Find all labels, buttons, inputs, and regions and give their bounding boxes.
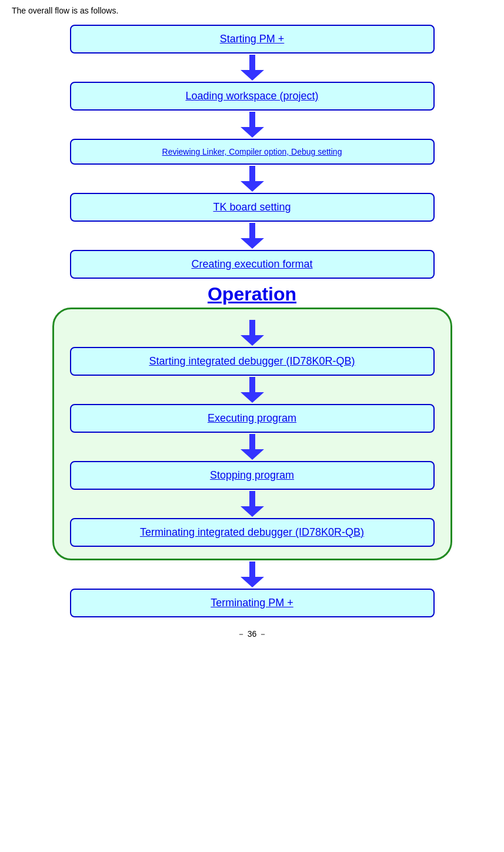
svg-marker-7 — [241, 238, 264, 249]
arrow-3 — [241, 166, 264, 192]
svg-marker-1 — [241, 70, 264, 81]
arrow-6 — [241, 377, 264, 403]
page-number: － 36 － — [237, 629, 267, 640]
svg-rect-4 — [249, 166, 255, 181]
svg-marker-17 — [241, 577, 264, 587]
executing-program-box[interactable]: Executing program — [70, 404, 435, 433]
tk-board-setting-box[interactable]: TK board setting — [70, 193, 435, 222]
svg-rect-10 — [249, 377, 255, 392]
starting-debugger-box[interactable]: Starting integrated debugger (ID78K0R-QB… — [70, 347, 435, 376]
svg-rect-12 — [249, 434, 255, 449]
operation-group: Starting integrated debugger (ID78K0R-QB… — [52, 308, 452, 560]
operation-label: Operation — [208, 283, 296, 305]
arrow-7 — [241, 434, 264, 460]
svg-marker-3 — [241, 127, 264, 138]
stopping-program-box[interactable]: Stopping program — [70, 461, 435, 490]
svg-rect-6 — [249, 223, 255, 238]
arrow-4 — [241, 223, 264, 249]
svg-rect-14 — [249, 491, 255, 506]
svg-rect-2 — [249, 112, 255, 127]
svg-rect-0 — [249, 55, 255, 70]
flow-container: Starting PM + Loading workspace (project… — [52, 25, 452, 617]
intro-text: The overall flow is as follows. — [12, 6, 492, 15]
svg-marker-13 — [241, 449, 264, 460]
svg-marker-9 — [241, 335, 264, 346]
svg-rect-8 — [249, 320, 255, 335]
starting-pm-box[interactable]: Starting PM + — [70, 25, 435, 54]
svg-marker-5 — [241, 181, 264, 192]
creating-execution-box[interactable]: Creating execution format — [70, 250, 435, 279]
arrow-1 — [241, 55, 264, 81]
arrow-5 — [241, 320, 264, 346]
terminating-debugger-box[interactable]: Terminating integrated debugger (ID78K0R… — [70, 518, 435, 547]
svg-marker-11 — [241, 392, 264, 403]
svg-marker-15 — [241, 506, 264, 517]
terminating-pm-box[interactable]: Terminating PM + — [70, 589, 435, 617]
svg-rect-16 — [249, 562, 255, 577]
loading-workspace-box[interactable]: Loading workspace (project) — [70, 82, 435, 111]
arrow-8 — [241, 491, 264, 517]
reviewing-linker-box[interactable]: Reviewing Linker, Compiler option, Debug… — [70, 139, 435, 165]
arrow-9 — [241, 562, 264, 587]
page-container: The overall flow is as follows. Starting… — [0, 0, 504, 852]
arrow-2 — [241, 112, 264, 138]
